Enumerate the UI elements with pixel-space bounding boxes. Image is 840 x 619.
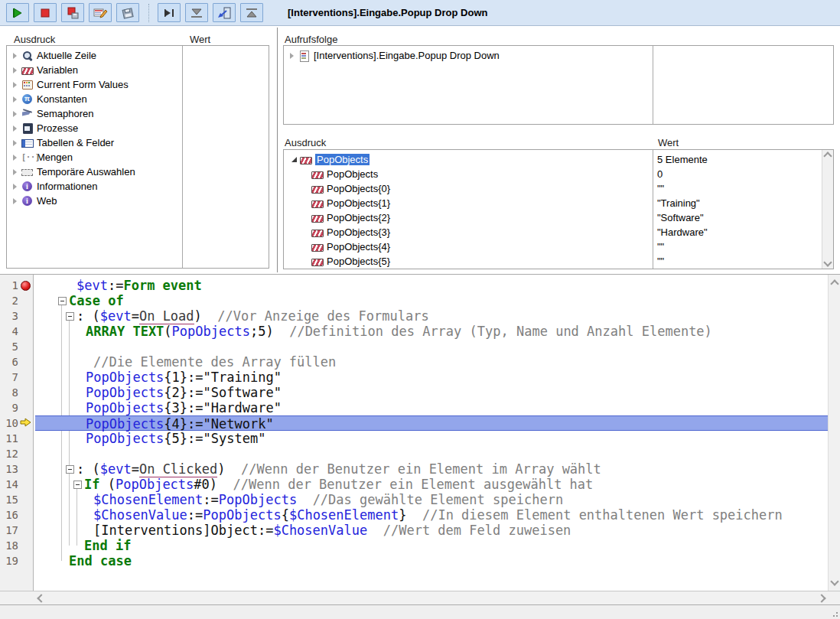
watch-value[interactable]: "" [657,183,664,194]
expand-arrow-icon[interactable] [13,184,17,190]
edit-method-button[interactable] [89,3,112,22]
watch-row[interactable]: PopObjects{1}"Training" [284,196,833,210]
tree-item-semaphoren[interactable]: Semaphoren [7,106,269,121]
code-line-7[interactable]: PopObjects{1}:="Training" [35,370,828,385]
expand-arrow-icon[interactable] [13,155,17,161]
watch-value[interactable]: "Software" [657,212,704,223]
call-chain-column-divider[interactable] [653,46,653,124]
gutter-row-line-16[interactable]: 16 [0,507,33,523]
step-to-end-button[interactable] [240,3,263,22]
no-trace-button[interactable] [6,3,29,22]
breakpoint-icon[interactable] [21,281,31,291]
gutter-row-line-11[interactable]: 11 [0,431,33,446]
watch-vertical-scrollbar[interactable] [822,150,833,269]
gutter-row-line-4[interactable]: 4 [0,324,33,339]
scroll-down-icon[interactable] [830,577,838,585]
expand-arrow-icon[interactable] [13,125,17,132]
gutter-row-line-10[interactable]: 10 [0,415,33,431]
gutter-row-line-18[interactable]: 18 [0,538,33,553]
gutter-row-line-14[interactable]: 14 [0,477,33,492]
code-line-10[interactable]: PopObjects{4}:="Network" [35,415,828,431]
expand-arrow-icon[interactable] [13,82,17,88]
code-line-11[interactable]: PopObjects{5}:="System" [35,431,828,446]
gutter-row-line-1[interactable]: 1 [0,278,33,293]
tree-item-prozesse[interactable]: Prozesse [7,121,269,135]
watch-row[interactable]: PopObjects0 [284,167,833,181]
code-line-8[interactable]: PopObjects{2}:="Software" [35,385,828,400]
gutter-row-line-8[interactable]: 8 [0,385,33,400]
code-line-13[interactable]: : ($evt=On Clicked) //Wenn der Benutzer … [35,461,828,477]
step-out-button[interactable] [213,3,236,22]
watch-value[interactable]: 0 [657,168,663,180]
gutter-row-line-9[interactable]: 9 [0,400,33,415]
expand-arrow-icon[interactable] [13,67,17,73]
tree-item-web[interactable]: Web [7,194,269,208]
code-line-19[interactable]: End case [35,553,828,569]
expand-arrow-icon[interactable] [290,53,294,59]
gutter-row-line-12[interactable]: 12 [0,446,33,461]
tree-item-variablen[interactable]: Variablen [7,63,269,77]
step-over-button[interactable] [158,3,181,22]
expand-arrow-icon[interactable] [13,53,17,59]
gutter-row-line-5[interactable]: 5 [0,339,33,354]
code-line-6[interactable]: //Die Elemente des Array füllen [35,354,828,370]
scroll-down-icon[interactable] [823,258,832,266]
code-line-15[interactable]: $ChosenElement:=PopObjects //Das gewählt… [35,492,828,507]
tree-item-tabellen-felder[interactable]: Tabellen & Felder [7,135,269,150]
code-line-9[interactable]: PopObjects{3}:="Hardware" [35,400,828,415]
abort-button[interactable] [34,3,57,22]
code-line-4[interactable]: ARRAY TEXT(PopObjects;5) //Definition de… [35,324,828,339]
scroll-up-icon[interactable] [830,279,838,288]
code-horizontal-scrollbar[interactable] [0,591,840,604]
scroll-right-icon[interactable] [817,594,825,602]
scroll-up-icon[interactable] [823,151,832,160]
code-line-1[interactable]: $evt:=Form event [35,278,828,293]
fold-toggle-icon[interactable] [66,465,74,474]
gutter-row-line-17[interactable]: 17 [0,523,33,538]
watch-value[interactable]: "" [657,256,664,267]
code-line-16[interactable]: $ChosenValue:=PopObjects{$ChosenElement}… [35,507,828,523]
abort-and-edit-button[interactable] [61,3,84,22]
watch-value[interactable]: "" [657,241,664,252]
fold-toggle-icon[interactable] [73,481,82,489]
code-area[interactable]: $evt:=Form eventCase of: ($evt=On Load) … [35,275,828,591]
watch-value[interactable]: "Training" [657,197,700,209]
code-vertical-scrollbar[interactable] [828,275,840,591]
save-settings-button[interactable] [116,3,139,22]
left-column-divider[interactable] [182,46,183,268]
watch-column-divider[interactable] [653,150,653,269]
line-number-gutter[interactable]: 12345678910111213141516171819 [0,275,34,591]
gutter-row-line-15[interactable]: 15 [0,492,33,507]
expand-arrow-icon[interactable] [13,198,17,204]
code-line-14[interactable]: If (PopObjects#0) //Wenn der Benutzer ei… [35,477,828,492]
tree-item-mengen[interactable]: Mengen [7,150,269,165]
code-line-2[interactable]: Case of [35,293,828,308]
code-line-5[interactable] [35,339,828,354]
gutter-row-line-13[interactable]: 13 [0,461,33,477]
watch-value[interactable]: "Hardware" [657,226,708,238]
code-line-12[interactable] [35,446,828,461]
watch-row[interactable]: PopObjects{4}"" [284,239,833,254]
collapse-arrow-icon[interactable] [291,157,297,162]
watch-row[interactable]: PopObjects5 Elemente [284,152,833,167]
code-line-17[interactable]: [Interventions]Object:=$ChosenValue //We… [35,523,828,538]
tree-item-informationen[interactable]: Informationen [7,179,269,194]
tree-item-tempor-re-auswahlen[interactable]: Temporäre Auswahlen [7,165,269,179]
scroll-left-icon[interactable] [37,594,45,602]
expand-arrow-icon[interactable] [13,96,17,103]
watch-row[interactable]: PopObjects{5}"" [284,254,833,269]
watch-value[interactable]: 5 Elemente [657,154,708,165]
tree-item-konstanten[interactable]: Konstanten [7,92,269,106]
expand-arrow-icon[interactable] [13,111,17,117]
watch-row[interactable]: PopObjects{3}"Hardware" [284,225,833,239]
code-line-18[interactable]: End if [35,538,828,553]
expand-arrow-icon[interactable] [13,140,17,146]
call-chain-item[interactable]: [Interventions].Eingabe.Popup Drop Down [284,48,833,63]
gutter-row-line-3[interactable]: 3 [0,308,33,324]
gutter-row-line-19[interactable]: 19 [0,553,33,569]
gutter-row-line-7[interactable]: 7 [0,370,33,385]
fold-toggle-icon[interactable] [66,312,74,321]
expand-arrow-icon[interactable] [13,169,17,175]
fold-toggle-icon[interactable] [58,297,67,305]
code-line-3[interactable]: : ($evt=On Load) //Vor Anzeige des Formu… [35,308,828,324]
